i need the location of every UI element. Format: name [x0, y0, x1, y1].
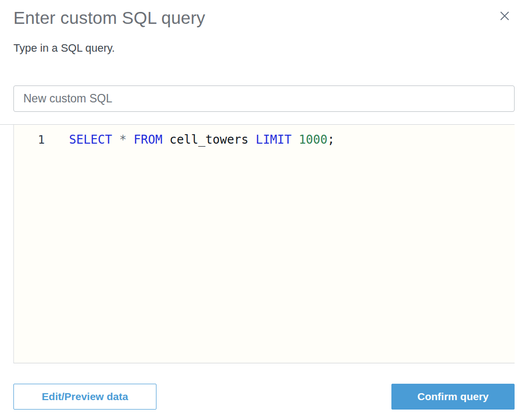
code-line: 1 SELECT * FROM cell_towers LIMIT 1000;	[14, 125, 515, 147]
edit-preview-data-button[interactable]: Edit/Preview data	[13, 384, 156, 410]
code-token-plain	[292, 133, 299, 147]
sql-code-editor[interactable]: 1 SELECT * FROM cell_towers LIMIT 1000;	[13, 125, 515, 363]
code-token-keyword: LIMIT	[256, 133, 292, 147]
code-line-tokens: SELECT * FROM cell_towers LIMIT 1000;	[45, 132, 335, 147]
code-token-operator: *	[119, 133, 126, 147]
line-number: 1	[14, 132, 45, 147]
custom-sql-modal: Enter custom SQL query Type in a SQL que…	[0, 0, 527, 420]
code-token-number: 1000	[299, 133, 327, 147]
modal-header: Enter custom SQL query	[0, 0, 527, 28]
close-icon	[499, 10, 510, 23]
close-button[interactable]	[498, 10, 511, 23]
code-token-plain: cell_towers	[162, 133, 256, 147]
code-token-plain: ;	[327, 133, 334, 147]
code-token-keyword: FROM	[134, 133, 162, 147]
confirm-query-button[interactable]: Confirm query	[391, 384, 515, 410]
sql-editor-section: 1 SELECT * FROM cell_towers LIMIT 1000;	[0, 124, 515, 363]
code-token-plain	[127, 133, 134, 147]
custom-sql-name-input[interactable]	[13, 85, 515, 112]
modal-subtitle: Type in a SQL query.	[0, 28, 527, 55]
page-title: Enter custom SQL query	[13, 8, 514, 28]
modal-footer: Edit/Preview data Confirm query	[0, 384, 527, 410]
code-token-keyword: SELECT	[69, 133, 112, 147]
code-token-plain	[112, 133, 119, 147]
